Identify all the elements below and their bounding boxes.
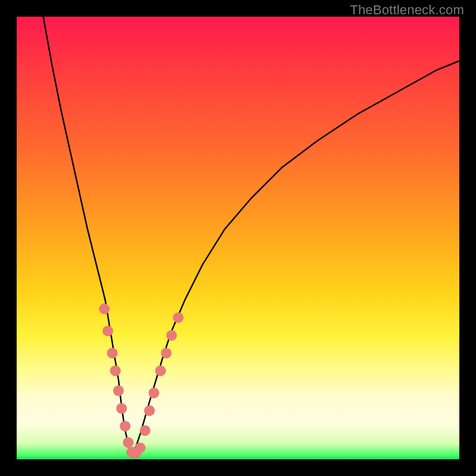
data-dot [113, 386, 124, 396]
data-dot [102, 325, 113, 336]
chart-frame: TheBottleneck.com [0, 0, 476, 476]
curve-bottleneck-curve-right [131, 61, 459, 454]
data-dot [135, 443, 146, 453]
data-dot [161, 347, 171, 358]
data-dot [173, 312, 184, 323]
curve-lines [43, 17, 459, 454]
data-dot [166, 330, 177, 341]
plot-area [17, 17, 459, 459]
data-dot [155, 365, 166, 376]
data-dots [99, 303, 183, 459]
data-dot [149, 387, 159, 398]
data-dot [116, 403, 127, 414]
watermark-text: TheBottleneck.com [350, 2, 464, 18]
data-dot [110, 365, 121, 376]
bottleneck-chart-svg [17, 17, 459, 459]
data-dot [123, 437, 133, 448]
data-dot [120, 421, 130, 431]
data-dot [140, 425, 151, 436]
data-dot [99, 303, 109, 314]
data-dot [144, 405, 155, 416]
data-dot [107, 347, 118, 358]
